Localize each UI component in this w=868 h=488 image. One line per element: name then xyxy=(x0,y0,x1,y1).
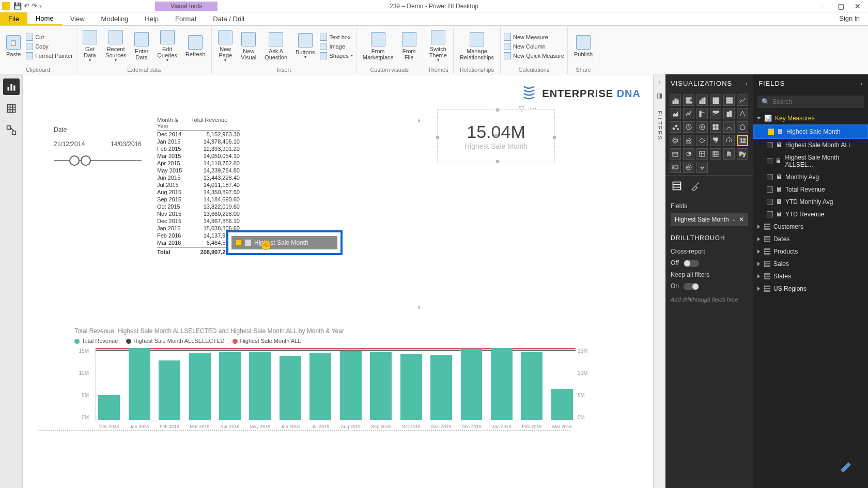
table-row[interactable]: Feb 201512,393,901.20 xyxy=(157,145,240,152)
image-button[interactable]: Image xyxy=(320,42,352,51)
viz-type-icon[interactable] xyxy=(670,108,681,119)
table-states[interactable]: States xyxy=(753,270,868,282)
slicer-track[interactable] xyxy=(54,153,142,168)
checkbox-icon[interactable] xyxy=(767,186,773,193)
table-row[interactable]: Apr 201514,110,762.80 xyxy=(157,160,240,167)
report-canvas[interactable]: ENTERPRISE DNA ▽ ⋯ Date 21/12/2014 14/03… xyxy=(23,74,653,488)
viz-type-icon[interactable] xyxy=(696,108,708,119)
viz-type-icon[interactable] xyxy=(737,95,748,106)
slicer-from-date[interactable]: 21/12/2014 xyxy=(54,140,85,148)
viz-type-icon[interactable] xyxy=(683,121,694,133)
recent-sources-button[interactable]: Recent Sources▾ xyxy=(102,29,129,64)
field-total-revenue[interactable]: 🖩Total Revenue xyxy=(753,183,868,196)
fields-search[interactable]: 🔍 xyxy=(757,96,864,108)
viz-type-icon[interactable] xyxy=(670,148,681,160)
viz-type-icon[interactable] xyxy=(683,135,694,146)
slicer-handle-to[interactable] xyxy=(81,155,91,166)
new-visual-button[interactable]: New Visual xyxy=(238,31,259,61)
checkbox-icon[interactable] xyxy=(767,211,773,217)
switch-theme-button[interactable]: Switch Theme▾ xyxy=(426,29,450,64)
table-row[interactable]: Oct 201513,822,019.60 xyxy=(157,203,240,210)
remove-field-icon[interactable]: ✕ xyxy=(739,216,744,223)
chart-bar[interactable]: Feb 2015 xyxy=(156,348,183,420)
chart-bar[interactable]: Apr 2015 xyxy=(216,348,243,420)
tab-file[interactable]: File xyxy=(0,12,27,25)
fields-tab-icon[interactable] xyxy=(672,181,682,193)
checkbox-icon[interactable] xyxy=(768,129,774,135)
tab-format[interactable]: Format xyxy=(167,12,205,25)
chart-bar[interactable]: Dec 2014 xyxy=(96,348,122,420)
checkbox-icon[interactable] xyxy=(767,174,773,180)
analytics-tab-icon[interactable] xyxy=(709,181,719,193)
tab-view[interactable]: View xyxy=(62,12,93,25)
get-data-button[interactable]: Get Data▾ xyxy=(80,29,100,64)
refresh-button[interactable]: Refresh xyxy=(182,34,209,58)
viz-type-icon[interactable] xyxy=(696,135,708,146)
viz-type-icon[interactable] xyxy=(670,135,681,146)
cross-report-toggle[interactable] xyxy=(684,260,699,267)
viz-type-icon[interactable]: R xyxy=(723,148,735,160)
field-ytd-revenue[interactable]: 🖩YTD Revenue xyxy=(753,208,868,221)
table-row[interactable]: Dec 20145,152,963.30 xyxy=(157,131,240,138)
table-header-revenue[interactable]: Total Revenue xyxy=(191,117,227,129)
viz-type-icon[interactable] xyxy=(710,121,721,133)
chart-bar[interactable]: Nov 2015 xyxy=(428,348,455,420)
paste-button[interactable]: 📋Paste xyxy=(3,34,24,58)
report-view-button[interactable] xyxy=(3,78,20,95)
viz-type-icon[interactable] xyxy=(696,162,708,173)
table-scrollbar[interactable]: ∧ ∨ xyxy=(415,118,422,314)
viz-type-icon[interactable] xyxy=(723,108,735,119)
table-us-regions[interactable]: US Regions xyxy=(753,282,868,295)
chart-bar[interactable]: Jun 2015 xyxy=(277,348,304,420)
from-file-button[interactable]: From File xyxy=(399,31,420,61)
new-measure-button[interactable]: New Measure xyxy=(504,33,564,41)
maximize-button[interactable]: ▢ xyxy=(838,2,844,10)
viz-type-icon[interactable] xyxy=(710,135,721,146)
viz-type-icon[interactable] xyxy=(683,95,694,106)
checkbox-icon[interactable] xyxy=(767,158,772,164)
viz-type-icon[interactable]: 123 xyxy=(737,135,748,146)
table-customers[interactable]: Customers xyxy=(753,221,868,233)
viz-type-icon[interactable] xyxy=(683,162,694,173)
viz-type-icon[interactable] xyxy=(737,121,748,133)
drag-field-chip[interactable]: Highest Sale Month xyxy=(231,236,337,249)
table-row[interactable]: Jun 201513,443,228.40 xyxy=(157,174,240,181)
viz-type-icon[interactable]: Py xyxy=(737,148,748,160)
undo-icon[interactable]: ↶ xyxy=(24,2,29,10)
table-dates[interactable]: Dates xyxy=(753,233,868,245)
new-column-button[interactable]: New Column xyxy=(504,42,564,51)
chart-bar[interactable]: Aug 2015 xyxy=(337,348,364,420)
tab-home[interactable]: Home xyxy=(27,12,62,25)
viz-type-icon[interactable] xyxy=(710,148,721,160)
viz-type-icon[interactable] xyxy=(696,121,708,133)
chart-bar[interactable]: Jan 2016 xyxy=(488,348,515,420)
shapes-button[interactable]: Shapes▾ xyxy=(320,52,352,60)
slicer-to-date[interactable]: 14/03/2016 xyxy=(111,140,142,148)
table-sales[interactable]: Sales xyxy=(753,258,868,270)
field-highest-sale-month-all[interactable]: 🖩Highest Sale Month ALL xyxy=(753,139,868,151)
viz-type-icon[interactable] xyxy=(723,135,735,146)
viz-type-icon[interactable] xyxy=(670,162,681,173)
table-row[interactable]: Sep 201514,184,690.60 xyxy=(157,196,240,203)
viz-type-icon[interactable] xyxy=(670,95,681,106)
table-row[interactable]: Nov 201513,660,228.00 xyxy=(157,210,240,217)
publish-button[interactable]: Publish xyxy=(571,34,596,58)
signin-link[interactable]: Sign in xyxy=(831,12,868,25)
field-highest-sale-month[interactable]: 🖩Highest Sale Month xyxy=(753,124,868,139)
chart-bar[interactable]: Sep 2015 xyxy=(367,348,394,420)
table-row[interactable]: Jul 201514,011,187.40 xyxy=(157,181,240,188)
chart-bar[interactable]: Mar 2016 xyxy=(549,348,576,420)
tab-modeling[interactable]: Modeling xyxy=(93,12,137,25)
format-painter-button[interactable]: Format Painter xyxy=(26,52,73,60)
chevron-right-icon[interactable]: › xyxy=(746,80,748,87)
field-monthly-avg[interactable]: 🖩Monthly Avg xyxy=(753,171,868,183)
chart-bar[interactable]: Oct 2015 xyxy=(397,348,424,420)
viz-type-icon[interactable] xyxy=(710,95,721,106)
viz-type-icon[interactable] xyxy=(683,148,694,160)
text-box-button[interactable]: Text box xyxy=(320,33,352,41)
format-tab-icon[interactable] xyxy=(690,181,701,193)
tab-data-drill[interactable]: Data / Drill xyxy=(205,12,253,25)
viz-type-icon[interactable] xyxy=(696,148,708,160)
checkbox-icon[interactable] xyxy=(767,142,773,148)
viz-type-icon[interactable] xyxy=(670,121,681,133)
